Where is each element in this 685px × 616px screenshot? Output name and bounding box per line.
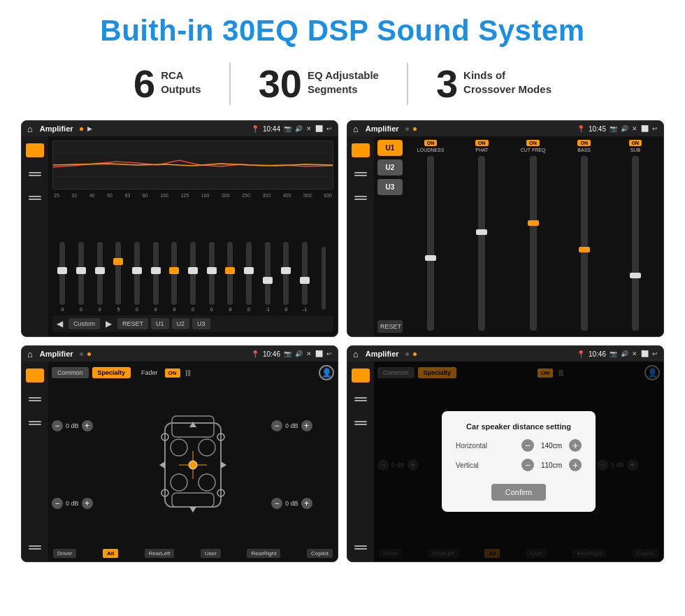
bass-on-badge[interactable]: ON	[577, 140, 591, 146]
all-btn[interactable]: All	[103, 549, 118, 558]
dist-back-icon[interactable]: ↩	[652, 350, 658, 357]
vertical-plus-btn[interactable]: +	[569, 459, 582, 471]
sub-on-badge[interactable]: ON	[629, 140, 642, 146]
slider-13[interactable]: 0	[277, 242, 295, 312]
rearleft-btn[interactable]: RearLeft	[145, 549, 175, 558]
vertical-minus-btn[interactable]: −	[521, 459, 534, 471]
fader-icon-3[interactable]	[26, 416, 44, 430]
dist-volume-icon[interactable]: 🔊	[621, 350, 628, 357]
slider-1[interactable]: 0	[54, 242, 71, 312]
slider-9[interactable]: 0	[203, 242, 220, 312]
phat-on-badge[interactable]: ON	[475, 140, 489, 146]
horizontal-value: 140cm	[538, 442, 565, 450]
slider-6[interactable]: 0	[147, 242, 164, 312]
eq-status-bar: ⌂ Amplifier ▶ 📍 10:44 📷 🔊 ✕ ⬜ ↩	[22, 121, 338, 136]
params-home-icon[interactable]: ⌂	[353, 124, 359, 134]
fader-icon-2[interactable]	[26, 392, 44, 406]
params-close-icon[interactable]: ✕	[632, 125, 637, 132]
slider-4[interactable]: 5	[110, 242, 127, 312]
fader-screen-title: Amplifier	[40, 350, 73, 358]
fader-home-icon[interactable]: ⌂	[27, 349, 33, 359]
eq-next-btn[interactable]: ▶	[103, 319, 115, 329]
copilot-btn[interactable]: Copilot	[307, 549, 333, 558]
dist-home-icon[interactable]: ⌂	[353, 349, 359, 359]
slider-7[interactable]: 0	[166, 242, 183, 312]
common-tab[interactable]: Common	[52, 367, 89, 378]
left-bot-plus[interactable]: +	[82, 498, 93, 509]
fader-volume-icon[interactable]: 🔊	[295, 350, 303, 357]
eq-window-icon[interactable]: ⬜	[315, 125, 323, 132]
bass-slider[interactable]	[581, 156, 588, 331]
home-icon[interactable]: ⌂	[27, 124, 33, 134]
slider-2[interactable]: 0	[73, 242, 90, 312]
left-top-minus[interactable]: −	[52, 420, 63, 431]
right-bot-plus[interactable]: +	[301, 498, 312, 509]
dist-icon-4[interactable]	[352, 540, 370, 554]
eq-volume-icon[interactable]: 🔊	[295, 125, 303, 132]
slider-8[interactable]: 0	[185, 242, 202, 312]
specialty-tab[interactable]: Specialty	[92, 367, 131, 378]
eq-play-icon[interactable]: ▶	[87, 125, 92, 132]
eq-u3-btn[interactable]: U3	[192, 318, 210, 329]
u1-button[interactable]: U1	[377, 140, 403, 156]
eq-icon-1[interactable]	[26, 143, 44, 157]
dist-icon-3[interactable]	[352, 416, 370, 430]
fader-back-icon[interactable]: ↩	[326, 350, 332, 357]
eq-close-icon[interactable]: ✕	[306, 125, 312, 132]
horizontal-minus-btn[interactable]: −	[521, 439, 534, 452]
fader-close-icon[interactable]: ✕	[306, 350, 312, 357]
params-back-icon[interactable]: ↩	[652, 125, 658, 132]
params-window-icon[interactable]: ⬜	[641, 125, 649, 132]
horizontal-label: Horizontal	[456, 442, 487, 450]
eq-prev-btn[interactable]: ◀	[54, 319, 66, 329]
left-bot-minus[interactable]: −	[52, 498, 63, 509]
fader-icon-4[interactable]	[26, 540, 44, 554]
right-top-plus[interactable]: +	[301, 420, 312, 431]
slider-11[interactable]: 0	[240, 242, 258, 312]
slider-3[interactable]: 0	[91, 242, 108, 312]
u3-button[interactable]: U3	[377, 179, 403, 195]
dist-camera-icon: 📷	[610, 350, 617, 357]
slider-5[interactable]: 0	[129, 242, 146, 312]
slider-15[interactable]	[315, 247, 332, 312]
dist-icon-2[interactable]	[352, 392, 370, 406]
params-icon-2[interactable]	[352, 167, 370, 181]
eq-reset-btn[interactable]: RESET	[117, 318, 148, 329]
eq-icon-3[interactable]	[26, 191, 44, 205]
eq-u1-btn[interactable]: U1	[151, 318, 169, 329]
dist-window-icon[interactable]: ⬜	[641, 350, 649, 357]
slider-14[interactable]: -1	[296, 242, 314, 312]
user-btn[interactable]: User	[201, 549, 221, 558]
right-bot-minus[interactable]: −	[271, 498, 282, 509]
cutfreq-slider[interactable]	[530, 156, 537, 331]
dist-icon-1[interactable]	[352, 368, 370, 382]
loudness-on-badge[interactable]: ON	[424, 140, 438, 146]
dist-close-icon[interactable]: ✕	[632, 350, 637, 357]
rearright-btn[interactable]: RearRight	[247, 549, 280, 558]
fader-person-icon[interactable]: 👤	[319, 365, 334, 380]
eq-graph	[52, 141, 333, 189]
slider-12[interactable]: -1	[259, 242, 276, 312]
params-volume-icon[interactable]: 🔊	[621, 125, 628, 132]
eq-icon-2[interactable]	[26, 167, 44, 181]
fader-icon-1[interactable]	[26, 368, 44, 382]
fader-on-badge[interactable]: ON	[165, 368, 180, 378]
left-top-plus[interactable]: +	[82, 420, 93, 431]
u2-button[interactable]: U2	[377, 159, 403, 176]
slider-10[interactable]: 0	[222, 242, 239, 312]
sub-slider[interactable]	[632, 156, 639, 331]
horizontal-plus-btn[interactable]: +	[569, 439, 582, 452]
phat-slider[interactable]	[478, 156, 485, 331]
loudness-slider[interactable]	[427, 156, 434, 331]
eq-custom-btn[interactable]: Custom	[68, 318, 100, 329]
params-reset-btn[interactable]: RESET	[377, 320, 403, 333]
right-top-minus[interactable]: −	[271, 420, 282, 431]
cutfreq-on-badge[interactable]: ON	[526, 140, 540, 146]
eq-u2-btn[interactable]: U2	[172, 318, 190, 329]
driver-btn[interactable]: Driver	[53, 549, 76, 558]
params-icon-3[interactable]	[352, 191, 370, 205]
fader-window-icon[interactable]: ⬜	[315, 350, 323, 357]
confirm-button[interactable]: Confirm	[491, 484, 547, 501]
params-icon-1[interactable]	[352, 143, 370, 157]
eq-back-icon[interactable]: ↩	[326, 125, 332, 132]
